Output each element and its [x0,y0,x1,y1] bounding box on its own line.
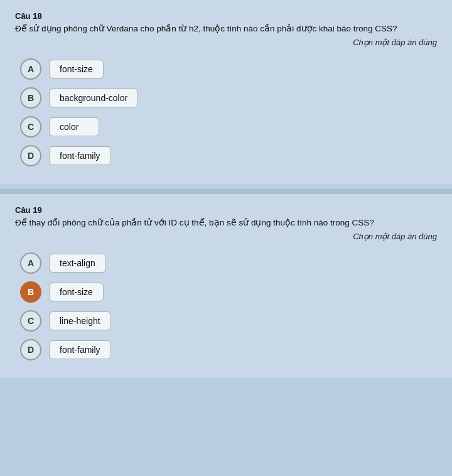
question-19-text: Để thay đổi phông chữ của phần tử với ID… [15,217,437,229]
question-18-text: Để sử dụng phông chữ Verdana cho phần từ… [15,23,437,35]
option-18-c-row[interactable]: C color [20,116,437,138]
option-19-d-box[interactable]: font-family [49,340,111,359]
option-19-a-label: A [28,258,34,268]
option-18-d-label: D [28,151,34,161]
option-19-b-circle[interactable]: B [20,281,41,303]
question-19-section: Câu 19 Để thay đổi phông chữ của phần tử… [0,194,452,378]
option-19-a-box[interactable]: text-align [49,254,106,273]
option-18-b-label: B [28,93,34,103]
option-18-a-box[interactable]: font-size [49,60,104,78]
option-19-d-label: D [28,345,34,355]
option-19-c-row[interactable]: C line-height [20,310,437,332]
option-18-a-label: A [28,64,34,74]
question-18-section: Câu 18 Để sử dụng phông chữ Verdana cho … [0,0,452,184]
option-19-b-box[interactable]: font-size [49,283,104,301]
option-19-d-circle[interactable]: D [20,339,41,360]
option-18-c-circle[interactable]: C [20,116,41,138]
option-19-a-circle[interactable]: A [20,252,41,274]
option-19-a-row[interactable]: A text-align [20,252,437,274]
option-18-d-row[interactable]: D font-family [20,145,437,166]
option-18-c-label: C [28,122,34,132]
option-18-a-circle[interactable]: A [20,58,41,80]
option-19-b-label: B [28,287,34,297]
section-divider [0,189,452,194]
option-19-c-circle[interactable]: C [20,310,41,332]
question-19-hint: Chọn một đáp án đúng [15,232,437,241]
option-18-b-box[interactable]: background-color [49,89,138,107]
question-18-label: Câu 18 [15,11,437,21]
option-18-d-circle[interactable]: D [20,145,41,166]
option-19-d-row[interactable]: D font-family [20,339,437,360]
option-19-b-row[interactable]: B font-size [20,281,437,303]
question-18-options: A font-size B background-color C color D… [15,58,437,166]
option-19-c-label: C [28,316,34,326]
option-18-a-row[interactable]: A font-size [20,58,437,80]
question-19-label: Câu 19 [15,205,437,215]
option-18-b-circle[interactable]: B [20,87,41,109]
option-19-c-box[interactable]: line-height [49,311,111,330]
option-18-d-box[interactable]: font-family [49,146,111,165]
option-18-c-box[interactable]: color [49,117,99,136]
question-18-hint: Chọn một đáp án đúng [15,38,437,47]
question-19-options: A text-align B font-size C line-height D… [15,252,437,360]
option-18-b-row[interactable]: B background-color [20,87,437,109]
